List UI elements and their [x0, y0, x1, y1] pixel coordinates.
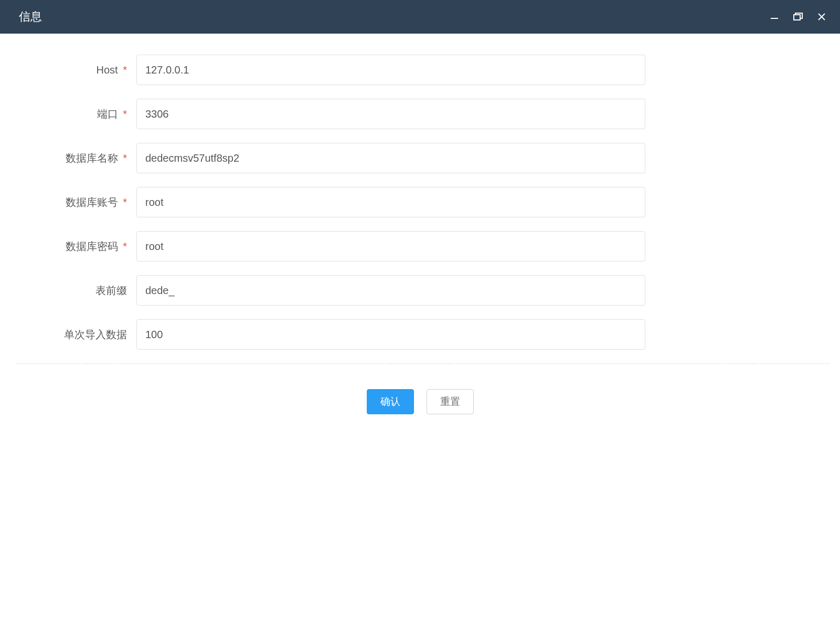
label-dbname: 数据库名称 *: [16, 151, 136, 165]
label-tableprefix: 表前缀: [16, 284, 136, 298]
batchsize-input[interactable]: [136, 319, 645, 350]
required-marker: *: [123, 108, 127, 120]
dbname-input[interactable]: [136, 143, 645, 173]
label-port: 端口 *: [16, 107, 136, 121]
form-row-dbpassword: 数据库密码 *: [16, 231, 824, 261]
label-batchsize-text: 单次导入数据: [64, 329, 127, 340]
maximize-icon[interactable]: [793, 12, 803, 22]
tableprefix-input[interactable]: [136, 275, 645, 306]
label-dbuser: 数据库账号 *: [16, 195, 136, 210]
form-row-port: 端口 *: [16, 99, 824, 129]
svg-rect-1: [794, 15, 800, 20]
required-marker: *: [123, 196, 127, 208]
window-title: 信息: [19, 9, 42, 25]
label-dbpassword: 数据库密码 *: [16, 239, 136, 254]
form-row-dbname: 数据库名称 *: [16, 143, 824, 173]
host-input[interactable]: [136, 55, 645, 85]
dbuser-input[interactable]: [136, 187, 645, 217]
label-host: Host *: [16, 64, 136, 76]
label-port-text: 端口: [97, 108, 118, 120]
form-area: Host * 端口 * 数据库名称 * 数据库账号 *: [0, 34, 840, 350]
required-marker: *: [123, 240, 127, 252]
port-input[interactable]: [136, 99, 645, 129]
required-marker: *: [123, 152, 127, 164]
form-row-tableprefix: 表前缀: [16, 275, 824, 306]
label-batchsize: 单次导入数据: [16, 328, 136, 342]
label-dbname-text: 数据库名称: [66, 152, 118, 164]
dbpassword-input[interactable]: [136, 231, 645, 261]
form-row-batchsize: 单次导入数据: [16, 319, 824, 350]
minimize-icon[interactable]: [770, 12, 779, 22]
button-row: 确认 重置: [0, 364, 840, 439]
form-row-dbuser: 数据库账号 *: [16, 187, 824, 217]
titlebar: 信息: [0, 0, 840, 34]
confirm-button[interactable]: 确认: [367, 389, 414, 414]
required-marker: *: [123, 64, 127, 76]
label-host-text: Host: [97, 64, 118, 76]
label-dbpassword-text: 数据库密码: [66, 240, 118, 252]
label-tableprefix-text: 表前缀: [95, 285, 127, 296]
reset-button[interactable]: 重置: [427, 389, 474, 414]
close-icon[interactable]: [817, 12, 826, 22]
form-row-host: Host *: [16, 55, 824, 85]
window-controls: [770, 12, 826, 22]
label-dbuser-text: 数据库账号: [66, 196, 118, 208]
